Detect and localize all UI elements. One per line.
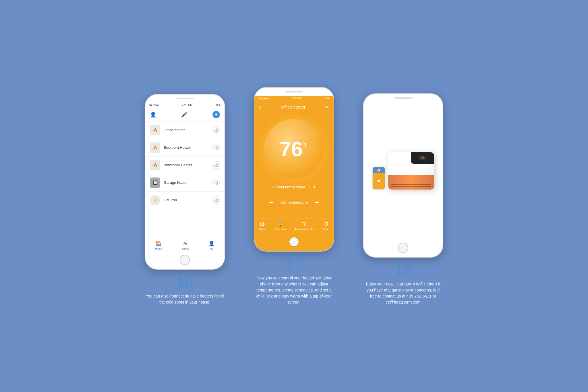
home-button-12[interactable] [398,243,408,253]
app-title-11: Office heater [281,105,305,109]
mic-icon-10[interactable]: 🎤 [181,111,187,118]
device-item-office-heater[interactable]: 🔥 Office heater ⏻ [145,121,225,139]
step-description-11: Now you can control your heater with you… [254,275,334,305]
phone-speaker-10 [176,98,194,99]
device-name-iron: Hot Iron [164,198,209,202]
grille-line-2 [391,180,431,180]
device-item-bathroom-heater[interactable]: 🔥 Bathroom Heater ⏻ [145,157,225,174]
back-button-11[interactable]: ‹ [259,103,261,111]
power-label-11: Power [259,228,266,231]
step-description-12: Enjoy your new Heat Storm Wifi Heater! I… [363,281,443,305]
childlock-label-11: Child Lock [274,228,286,231]
timer-label-11: Timer [323,228,330,231]
device-icon-bathroom: 🔥 [150,160,160,170]
heater-grille-lines-12 [388,175,434,190]
phone-bottom-11 [254,234,334,251]
device-icon-garage: 🔲 [150,177,160,188]
power-btn-bedroom[interactable]: ⏻ [212,144,220,151]
footer-tab-smart-10[interactable]: ☀ Smart [182,240,189,250]
heater-display-12: 76 [419,156,426,160]
footer-tab-me-10[interactable]: 👤 Me [208,240,215,250]
app-header-10: 👤 🎤 + [145,108,225,121]
device-list-10: 🔥 Office heater ⏻ 🔥 Bedroom Heater ⏻ 🔥 B… [145,121,225,238]
temp-circle-11: 76 °F [264,119,324,179]
mini-phone-12: 🏠 ● [372,167,385,190]
home-button-10[interactable] [180,255,190,265]
grille-line-1 [391,178,431,178]
heater-unit-12: 76 [388,152,434,190]
footer-tab-timer-11[interactable]: ⏱ Timer [323,221,330,231]
mini-phone-top-12: 🏠 [373,167,385,173]
app-footer-10: 🏠 Home ☀ Smart 👤 Me [145,238,225,252]
device-item-bedroom-heater[interactable]: 🔥 Bedroom Heater ⏻ [145,139,225,157]
step-number-10: 10 [177,274,193,291]
tempunit-label-11: Temperature Unit [295,228,315,231]
device-item-garage-heater[interactable]: 🔲 Garage heater ⏻ [145,174,225,192]
step-number-12: 12 [395,262,411,279]
phone-top-notch-10 [145,94,225,103]
plus-button-11[interactable]: + [315,198,319,207]
orange-app-header-11: ‹ Office heater ✏ [254,101,334,113]
lock-icon-11: 🔒 [277,221,283,227]
battery-10: 88% [215,104,220,107]
phone-bottom-10 [145,252,225,269]
device-icon-bedroom: 🔥 [150,142,160,153]
phone-bottom-12 [363,240,443,257]
power-icon-11: ⏻ [260,221,265,227]
phone-inner-10: Verizon 2:29 PM 88% 👤 🎤 + 🔥 Of [145,103,225,252]
carrier-10: Verizon [149,104,160,107]
product-image-12: 🏠 ● 76 [369,152,437,190]
me-label-10: Me [210,247,213,250]
grille-line-3 [391,182,431,182]
device-item-hot-iron[interactable]: ⚡ Hot Iron ⏻ [145,192,225,209]
footer-tab-tempunit-11[interactable]: °F Temperature Unit [295,221,315,231]
phone-speaker-11 [285,91,303,92]
footer-tab-home-10[interactable]: 🏠 Home [155,240,162,250]
power-btn-iron[interactable]: ⏻ [212,196,220,204]
heater-product-12: 🏠 ● 76 [372,152,434,190]
device-name-bathroom: Bathroom Heater [164,163,209,167]
grille-line-5 [391,186,431,187]
timer-icon-11: ⏱ [324,221,329,227]
orange-screen-11: Verizon 2:30 PM 87% ‹ Office heater ✏ [254,96,334,234]
phone-11: Verizon 2:30 PM 87% ‹ Office heater ✏ [254,87,334,252]
step-number-11: 11 [286,256,302,273]
power-btn-garage[interactable]: ⏻ [212,179,220,186]
status-bar-10: Verizon 2:29 PM 88% [145,103,225,108]
footer-tab-power-11[interactable]: ⏻ Power [259,221,266,231]
device-icon-office: 🔥 [150,125,160,135]
tempunit-icon-11: °F [302,221,307,227]
power-btn-bathroom[interactable]: ⏻ [212,161,220,169]
heater-top-panel-12: 76 [411,152,434,164]
device-name-office: Office heater [164,128,209,132]
set-temp-label-11: Set Temperature [280,200,308,204]
phones-row: Verizon 2:29 PM 88% 👤 🎤 + 🔥 Of [122,87,466,305]
temp-display-11: 76 °F Current temperature : 76°F − Set T… [254,113,334,219]
carrier-11: Verizon [258,97,269,100]
page-wrapper: Verizon 2:29 PM 88% 👤 🎤 + 🔥 Of [122,87,466,305]
home-button-11[interactable] [289,237,299,247]
edit-button-11[interactable]: ✏ [325,104,329,110]
status-bar-11: Verizon 2:30 PM 87% [254,96,334,101]
smart-label-10: Smart [182,247,189,250]
phone-10: Verizon 2:29 PM 88% 👤 🎤 + 🔥 Of [145,94,225,270]
temp-number-11: 76 [280,139,303,159]
me-icon-10: 👤 [208,240,215,247]
current-temp-label-11: Current temperature : 76°F [272,185,316,189]
phone-section-10: Verizon 2:29 PM 88% 👤 🎤 + 🔥 Of [136,94,234,305]
phone-section-11: Verizon 2:30 PM 87% ‹ Office heater ✏ [245,87,343,305]
add-button-10[interactable]: + [212,111,220,118]
time-11: 2:30 PM [291,97,301,100]
smart-icon-10: ☀ [183,240,187,247]
battery-11: 87% [324,97,330,100]
device-name-bedroom: Bedroom Heater [164,145,209,150]
footer-tab-childlock-11[interactable]: 🔒 Child Lock [274,221,286,231]
user-icon-10[interactable]: 👤 [150,111,156,118]
minus-button-11[interactable]: − [269,198,273,207]
home-icon-10: 🏠 [155,240,162,247]
set-temp-row-11: − Set Temperature + [260,198,328,207]
phone-top-notch-11 [254,88,334,96]
phone-speaker-12 [394,97,412,99]
power-btn-office[interactable]: ⏻ [212,126,220,134]
step-description-10: You can also connect multiple heaters fo… [145,293,225,305]
